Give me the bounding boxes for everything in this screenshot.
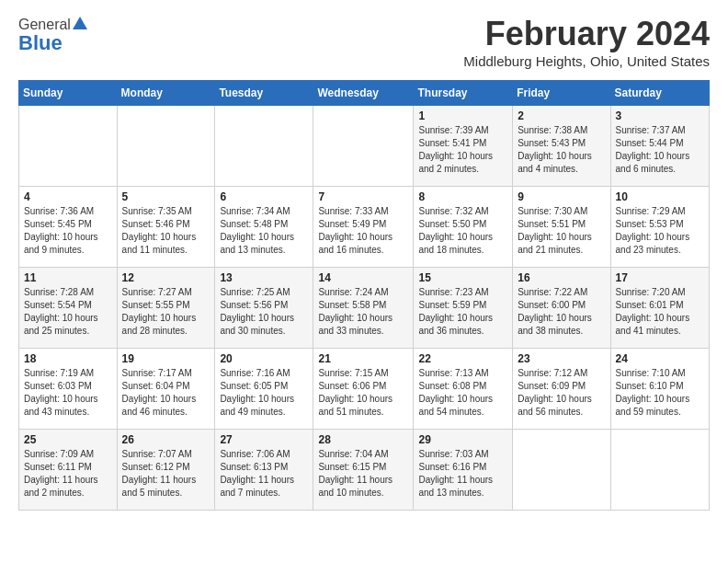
calendar-cell: 1Sunrise: 7:39 AM Sunset: 5:41 PM Daylig… [414,106,513,187]
col-header-monday: Monday [117,81,215,106]
calendar-cell: 5Sunrise: 7:35 AM Sunset: 5:46 PM Daylig… [117,187,215,268]
day-number: 27 [220,433,308,446]
calendar-cell: 17Sunrise: 7:20 AM Sunset: 6:01 PM Dayli… [610,268,709,349]
day-info: Sunrise: 7:12 AM Sunset: 6:09 PM Dayligh… [518,367,605,419]
day-number: 29 [418,433,507,446]
day-info: Sunrise: 7:38 AM Sunset: 5:43 PM Dayligh… [518,124,605,176]
calendar-cell: 14Sunrise: 7:24 AM Sunset: 5:58 PM Dayli… [313,268,414,349]
day-number: 28 [318,433,408,446]
day-number: 20 [220,352,308,365]
day-number: 22 [418,352,507,365]
calendar-cell: 18Sunrise: 7:19 AM Sunset: 6:03 PM Dayli… [19,349,118,430]
day-info: Sunrise: 7:23 AM Sunset: 5:59 PM Dayligh… [418,286,507,338]
day-number: 8 [418,190,507,203]
calendar-cell: 11Sunrise: 7:28 AM Sunset: 5:54 PM Dayli… [19,268,118,349]
calendar-cell [215,106,313,187]
day-number: 7 [318,190,408,203]
day-info: Sunrise: 7:39 AM Sunset: 5:41 PM Dayligh… [418,124,507,176]
calendar-week-row: 11Sunrise: 7:28 AM Sunset: 5:54 PM Dayli… [19,268,710,349]
calendar-cell: 10Sunrise: 7:29 AM Sunset: 5:53 PM Dayli… [610,187,709,268]
calendar-cell: 26Sunrise: 7:07 AM Sunset: 6:12 PM Dayli… [117,430,215,511]
day-info: Sunrise: 7:29 AM Sunset: 5:53 PM Dayligh… [616,205,704,257]
day-info: Sunrise: 7:24 AM Sunset: 5:58 PM Dayligh… [318,286,408,338]
day-number: 23 [518,352,605,365]
calendar-cell [313,106,414,187]
day-info: Sunrise: 7:16 AM Sunset: 6:05 PM Dayligh… [220,367,308,419]
day-info: Sunrise: 7:35 AM Sunset: 5:46 PM Dayligh… [122,205,210,257]
logo-blue-text: Blue [18,31,63,55]
calendar-table: SundayMondayTuesdayWednesdayThursdayFrid… [18,80,710,511]
col-header-thursday: Thursday [414,81,513,106]
calendar-cell: 28Sunrise: 7:04 AM Sunset: 6:15 PM Dayli… [313,430,414,511]
day-info: Sunrise: 7:13 AM Sunset: 6:08 PM Dayligh… [418,367,507,419]
day-number: 5 [122,190,210,203]
calendar-cell: 16Sunrise: 7:22 AM Sunset: 6:00 PM Dayli… [513,268,610,349]
calendar-cell: 8Sunrise: 7:32 AM Sunset: 5:50 PM Daylig… [414,187,513,268]
day-number: 9 [518,190,605,203]
calendar-cell: 15Sunrise: 7:23 AM Sunset: 5:59 PM Dayli… [414,268,513,349]
calendar-cell: 13Sunrise: 7:25 AM Sunset: 5:56 PM Dayli… [215,268,313,349]
day-number: 6 [220,190,308,203]
location-subtitle: Middleburg Heights, Ohio, United States [463,53,710,69]
calendar-cell: 6Sunrise: 7:34 AM Sunset: 5:48 PM Daylig… [215,187,313,268]
calendar-cell: 4Sunrise: 7:36 AM Sunset: 5:45 PM Daylig… [19,187,118,268]
col-header-saturday: Saturday [610,81,709,106]
day-info: Sunrise: 7:34 AM Sunset: 5:48 PM Dayligh… [220,205,308,257]
calendar-cell: 7Sunrise: 7:33 AM Sunset: 5:49 PM Daylig… [313,187,414,268]
day-number: 11 [24,271,112,284]
day-number: 19 [122,352,210,365]
day-number: 16 [518,271,605,284]
day-number: 17 [616,271,704,284]
calendar-week-row: 18Sunrise: 7:19 AM Sunset: 6:03 PM Dayli… [19,349,710,430]
day-info: Sunrise: 7:25 AM Sunset: 5:56 PM Dayligh… [220,286,308,338]
day-number: 1 [418,109,507,122]
calendar-cell: 29Sunrise: 7:03 AM Sunset: 6:16 PM Dayli… [414,430,513,511]
calendar-cell: 3Sunrise: 7:37 AM Sunset: 5:44 PM Daylig… [610,106,709,187]
day-info: Sunrise: 7:36 AM Sunset: 5:45 PM Dayligh… [24,205,112,257]
calendar-week-row: 4Sunrise: 7:36 AM Sunset: 5:45 PM Daylig… [19,187,710,268]
calendar-week-row: 25Sunrise: 7:09 AM Sunset: 6:11 PM Dayli… [19,430,710,511]
calendar-cell: 12Sunrise: 7:27 AM Sunset: 5:55 PM Dayli… [117,268,215,349]
day-number: 14 [318,271,408,284]
day-number: 4 [24,190,112,203]
day-info: Sunrise: 7:28 AM Sunset: 5:54 PM Dayligh… [24,286,112,338]
calendar-cell [513,430,610,511]
logo-icon [72,15,88,31]
day-number: 10 [616,190,704,203]
day-info: Sunrise: 7:20 AM Sunset: 6:01 PM Dayligh… [616,286,704,338]
day-info: Sunrise: 7:22 AM Sunset: 6:00 PM Dayligh… [518,286,605,338]
day-info: Sunrise: 7:06 AM Sunset: 6:13 PM Dayligh… [220,448,308,500]
svg-marker-0 [73,17,87,29]
calendar-cell: 21Sunrise: 7:15 AM Sunset: 6:06 PM Dayli… [313,349,414,430]
day-info: Sunrise: 7:15 AM Sunset: 6:06 PM Dayligh… [318,367,408,419]
day-number: 15 [418,271,507,284]
calendar-cell [610,430,709,511]
day-info: Sunrise: 7:33 AM Sunset: 5:49 PM Dayligh… [318,205,408,257]
calendar-week-row: 1Sunrise: 7:39 AM Sunset: 5:41 PM Daylig… [19,106,710,187]
calendar-cell: 24Sunrise: 7:10 AM Sunset: 6:10 PM Dayli… [610,349,709,430]
day-info: Sunrise: 7:04 AM Sunset: 6:15 PM Dayligh… [318,448,408,500]
calendar-header-row: SundayMondayTuesdayWednesdayThursdayFrid… [19,81,710,106]
calendar-cell: 20Sunrise: 7:16 AM Sunset: 6:05 PM Dayli… [215,349,313,430]
calendar-cell [19,106,118,187]
day-info: Sunrise: 7:27 AM Sunset: 5:55 PM Dayligh… [122,286,210,338]
day-number: 24 [616,352,704,365]
calendar-cell: 2Sunrise: 7:38 AM Sunset: 5:43 PM Daylig… [513,106,610,187]
day-number: 21 [318,352,408,365]
calendar-cell: 27Sunrise: 7:06 AM Sunset: 6:13 PM Dayli… [215,430,313,511]
day-info: Sunrise: 7:07 AM Sunset: 6:12 PM Dayligh… [122,448,210,500]
calendar-cell [117,106,215,187]
calendar-cell: 25Sunrise: 7:09 AM Sunset: 6:11 PM Dayli… [19,430,118,511]
day-info: Sunrise: 7:10 AM Sunset: 6:10 PM Dayligh… [616,367,704,419]
col-header-friday: Friday [513,81,610,106]
calendar-cell: 23Sunrise: 7:12 AM Sunset: 6:09 PM Dayli… [513,349,610,430]
day-info: Sunrise: 7:32 AM Sunset: 5:50 PM Dayligh… [418,205,507,257]
day-number: 2 [518,109,605,122]
day-number: 18 [24,352,112,365]
calendar-cell: 22Sunrise: 7:13 AM Sunset: 6:08 PM Dayli… [414,349,513,430]
month-year-title: February 2024 [463,15,710,53]
day-info: Sunrise: 7:03 AM Sunset: 6:16 PM Dayligh… [418,448,507,500]
calendar-cell: 19Sunrise: 7:17 AM Sunset: 6:04 PM Dayli… [117,349,215,430]
day-info: Sunrise: 7:17 AM Sunset: 6:04 PM Dayligh… [122,367,210,419]
day-number: 12 [122,271,210,284]
